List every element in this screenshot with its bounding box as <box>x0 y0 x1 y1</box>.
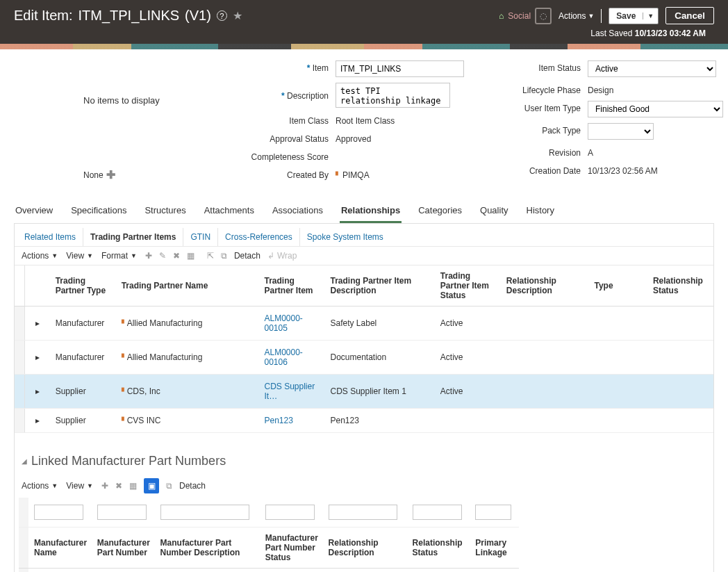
completeness-value <box>336 149 485 152</box>
social-label[interactable]: Social <box>508 11 531 21</box>
linked-col-header[interactable]: Primary Linkage <box>470 528 519 569</box>
expand-icon[interactable]: ▸ <box>35 352 40 362</box>
linked-col-header[interactable]: Manufacturer Part Number <box>92 528 155 569</box>
user-item-type-select[interactable]: Finished Good <box>588 101 723 117</box>
tpi-col-header[interactable]: Type <box>589 265 647 307</box>
created-by-label: Created By <box>287 170 329 180</box>
linked-col-header[interactable]: Manufacturer Part Number Description <box>155 528 260 569</box>
subtab-gtin[interactable]: GTIN <box>183 228 218 246</box>
tpi-row[interactable]: ▸Manufacturer▘Allied ManufacturingALM000… <box>15 341 713 375</box>
toolbar-format-menu[interactable]: Format▼ <box>101 251 137 261</box>
linked-detach-icon[interactable]: ⧉ <box>166 481 172 491</box>
tpi-item[interactable]: ALM0000-00105 <box>259 307 325 341</box>
tab-attachments[interactable]: Attachments <box>203 199 256 223</box>
detach-button[interactable]: Detach <box>234 251 260 261</box>
linked-col-header[interactable]: Manufacturer Part Number Status <box>260 528 323 569</box>
linked-col-header[interactable]: Relationship Status <box>407 528 470 569</box>
tab-relationships[interactable]: Relationships <box>340 199 402 223</box>
collapse-icon[interactable]: ◢ <box>22 457 27 465</box>
add-row-icon[interactable]: ✚ <box>145 251 152 261</box>
tpi-type: Supplier <box>50 375 116 409</box>
linked-filter-input[interactable] <box>34 505 83 520</box>
item-field[interactable] <box>336 60 464 77</box>
linked-filter-input[interactable] <box>160 505 249 520</box>
export-icon[interactable]: ⇱ <box>207 251 214 261</box>
item-status-select[interactable]: Active <box>588 60 716 77</box>
linked-col-header[interactable]: Manufacturer Name <box>28 528 92 569</box>
tpi-row[interactable]: ▸Supplier▘CDS, IncCDS Supplier It…CDS Su… <box>15 375 713 409</box>
globe-icon[interactable]: ◌ <box>535 8 552 24</box>
tpi-item[interactable]: ALM0000-00106 <box>259 341 325 375</box>
lifecycle-value: Design <box>588 83 727 95</box>
none-label: None <box>83 170 104 180</box>
tab-quality[interactable]: Quality <box>479 199 509 223</box>
tab-structures[interactable]: Structures <box>143 199 187 223</box>
tpi-item[interactable]: CDS Supplier It… <box>259 375 325 409</box>
save-dropdown-icon[interactable]: ▼ <box>643 13 658 19</box>
linked-desc: Safety Label <box>155 569 260 573</box>
linked-filter-input[interactable] <box>265 505 315 520</box>
edit-icon[interactable]: ✎ <box>159 251 166 261</box>
tpi-col-header[interactable]: Trading Partner Name <box>116 265 259 307</box>
linked-actions-menu[interactable]: Actions▼ <box>22 481 58 491</box>
linked-delete-icon[interactable]: ✖ <box>115 481 122 491</box>
tpi-col-header[interactable]: Trading Partner Type <box>50 265 116 307</box>
header-actions-menu[interactable]: Actions ▼ <box>559 11 594 21</box>
linked-filter-input[interactable] <box>97 505 147 520</box>
cancel-button[interactable]: Cancel <box>665 7 714 24</box>
tab-overview[interactable]: Overview <box>14 199 54 223</box>
tpi-name: ▘CVS INC <box>116 409 259 433</box>
wrap-button[interactable]: ↲ Wrap <box>267 251 297 261</box>
detach-icon[interactable]: ⧉ <box>221 251 227 261</box>
tab-categories[interactable]: Categories <box>417 199 463 223</box>
linked-freeze-icon[interactable]: ▦ <box>129 481 137 491</box>
help-icon[interactable]: ? <box>217 10 227 21</box>
linked-row[interactable]: Allied Manufact…ALM0000-00105Safety Labe… <box>19 569 519 573</box>
last-saved: Last Saved 10/13/23 03:42 AM <box>14 24 714 42</box>
linked-filter-input[interactable] <box>413 505 462 520</box>
tpi-item[interactable]: Pen123 <box>259 409 325 433</box>
decorative-band <box>0 44 728 49</box>
tpi-name: ▘Allied Manufacturing <box>116 341 259 375</box>
tpi-status <box>435 409 501 433</box>
linked-filter-input[interactable] <box>329 505 398 520</box>
linked-detach-button[interactable]: Detach <box>179 481 206 491</box>
tab-associations[interactable]: Associations <box>271 199 324 223</box>
expand-icon[interactable]: ▸ <box>35 386 40 396</box>
toolbar-view-menu[interactable]: View▼ <box>66 251 93 261</box>
tpi-name: ▘CDS, Inc <box>116 375 259 409</box>
toolbar-actions-menu[interactable]: Actions▼ <box>22 251 58 261</box>
subtab-related-items[interactable]: Related Items <box>17 228 83 246</box>
linked-view-menu[interactable]: View▼ <box>66 481 93 491</box>
linked-detach-highlight-icon[interactable]: ▣ <box>144 478 159 493</box>
freeze-icon[interactable]: ▦ <box>187 251 195 261</box>
linked-add-icon[interactable]: ✚ <box>101 481 108 491</box>
tpi-col-header[interactable]: Relationship Status <box>647 265 713 307</box>
tpi-col-header[interactable]: Trading Partner Item Status <box>435 265 501 307</box>
tpi-col-header[interactable]: Trading Partner Item Description <box>325 265 435 307</box>
delete-icon[interactable]: ✖ <box>173 251 180 261</box>
linked-filter-input[interactable] <box>475 505 511 520</box>
tpi-col-header[interactable]: Relationship Description <box>501 265 589 307</box>
lifecycle-label: Lifecycle Phase <box>522 85 581 95</box>
favorite-star-icon[interactable]: ★ <box>233 9 242 22</box>
subtab-cross-references[interactable]: Cross-References <box>218 228 300 246</box>
save-button[interactable]: Save ▼ <box>609 8 659 24</box>
tpi-row[interactable]: ▸Supplier▘CVS INCPen123Pen123 <box>15 409 713 433</box>
tab-specifications[interactable]: Specifications <box>69 199 128 223</box>
add-icon[interactable]: ✚ <box>106 168 115 181</box>
expand-icon[interactable]: ▸ <box>35 416 40 425</box>
linked-col-header[interactable]: Relationship Description <box>323 528 407 569</box>
wrap-icon: ↲ <box>267 251 274 261</box>
tab-history[interactable]: History <box>525 199 556 223</box>
description-label: Description <box>287 91 329 101</box>
tpi-col-header[interactable]: Trading Partner Item <box>259 265 325 307</box>
item-status-label: Item Status <box>538 63 581 73</box>
pack-type-select[interactable] <box>588 123 654 140</box>
expand-icon[interactable]: ▸ <box>35 318 40 328</box>
sub-tabs: Related ItemsTrading Partner ItemsGTINCr… <box>15 224 713 247</box>
description-field[interactable]: test TPI relationship linkage <box>336 83 450 108</box>
tpi-row[interactable]: ▸Manufacturer▘Allied ManufacturingALM000… <box>15 307 713 341</box>
subtab-spoke-system-items[interactable]: Spoke System Items <box>300 228 390 246</box>
subtab-trading-partner-items[interactable]: Trading Partner Items <box>83 228 183 246</box>
